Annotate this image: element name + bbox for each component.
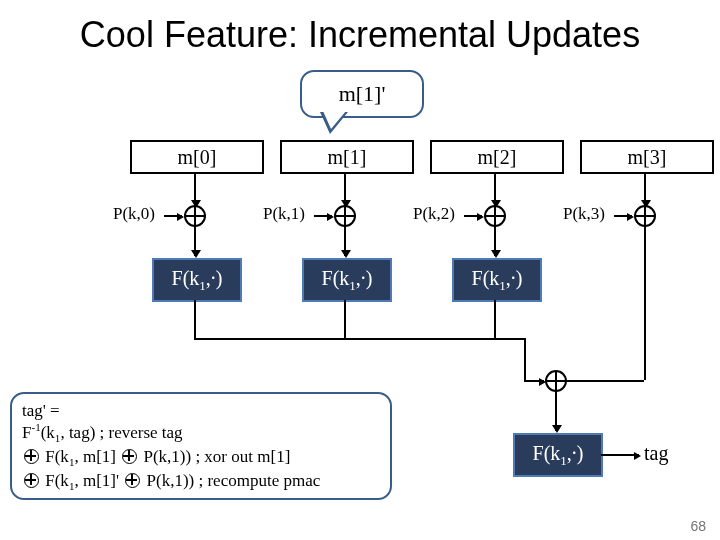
drop-3 [644,226,646,338]
annot-line-4: F(k1, m[1]' P(k,1)) ; recompute pmac [22,470,380,494]
arrow-p0-to-xor [164,215,182,217]
fbox-1: F(k1,·) [302,258,392,302]
fbox-2: F(k1,·) [452,258,542,302]
annot-l2-rest: (k1, tag) ; reverse tag [41,423,183,442]
m-block-2-label: m[2] [478,146,517,169]
xor-icon [125,473,140,488]
fbox-0: F(k1,·) [152,258,242,302]
m-block-1: m[1] [280,140,414,174]
slide-number: 68 [690,518,706,534]
arrow-m3-to-xor [644,172,646,206]
annot-line-3: F(k1, m[1] P(k,1)) ; xor out m[1] [22,446,380,470]
arrow-p1-to-xor [314,215,332,217]
drop-1 [344,300,346,338]
annotation-box: tag' = F-1(k1, tag) ; reverse tag F(k1, … [10,392,392,500]
drop-2 [494,300,496,338]
m-block-0: m[0] [130,140,264,174]
m-block-0-label: m[0] [178,146,217,169]
xor-icon [122,449,137,464]
fbox-2-label: F(k1,·) [472,267,523,294]
bus-into-xor [534,380,544,382]
arrow-m2-to-xor [494,172,496,206]
annot-line-1: tag' = [22,400,380,421]
arrow-xor-to-finalf [555,391,557,431]
xor-icon [24,449,39,464]
bus-line [194,338,524,340]
fbox-1-label: F(k1,·) [322,267,373,294]
arrow-p2-to-xor [464,215,482,217]
slide-title: Cool Feature: Incremental Updates [0,14,720,56]
pad-label-2: P(k,2) [413,204,455,224]
fbox-0-label: F(k1,·) [172,267,223,294]
arrow-xor2-to-f [494,226,496,256]
arrow-f-to-tag [601,454,639,456]
callout-m1-prime: m[1]' [300,70,424,118]
xor-0 [184,205,206,227]
arrow-m1-to-xor [344,172,346,206]
xor-2 [484,205,506,227]
annot-l2-sup: -1 [31,421,40,433]
xor-combine [545,370,567,392]
xor-3 [634,205,656,227]
col3-to-xor-v [644,338,646,380]
xor-1 [334,205,356,227]
pad-label-1: P(k,1) [263,204,305,224]
arrow-xor1-to-f [344,226,346,256]
tag-label: tag [644,442,668,465]
m-block-1-label: m[1] [328,146,367,169]
annot-line-2: F-1(k1, tag) ; reverse tag [22,421,380,446]
xor-icon [24,473,39,488]
pad-label-0: P(k,0) [113,204,155,224]
m-block-2: m[2] [430,140,564,174]
drop-0 [194,300,196,338]
arrow-p3-to-xor [614,215,632,217]
pad-label-3: P(k,3) [563,204,605,224]
bus-jog [524,380,534,382]
callout-text: m[1]' [339,81,386,107]
m-block-3: m[3] [580,140,714,174]
fbox-final: F(k1,·) [513,433,603,477]
bus-down [524,338,526,380]
fbox-final-label: F(k1,·) [533,442,584,469]
arrow-xor0-to-f [194,226,196,256]
m-block-3-label: m[3] [628,146,667,169]
col3-to-xor-h [566,380,644,382]
callout-tail [320,112,348,134]
arrow-m0-to-xor [194,172,196,206]
